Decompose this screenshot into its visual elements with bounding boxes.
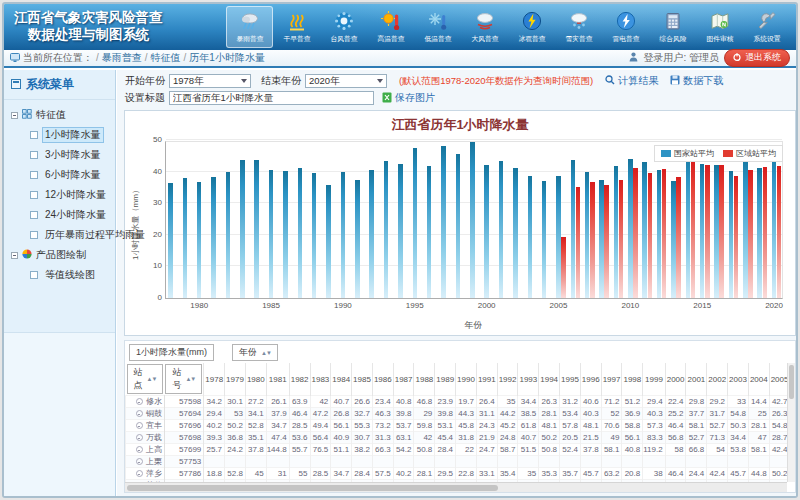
horizontal-scrollbar[interactable] — [125, 482, 787, 492]
expand-icon[interactable] — [136, 410, 143, 417]
station-name-cell[interactable]: 修水 — [126, 396, 165, 408]
save-image-button[interactable]: 保存图片 — [382, 91, 435, 105]
sidebar-item-0-1[interactable]: 3小时降水量 — [6, 145, 113, 165]
nav-high-temp[interactable]: 高温普查 — [367, 6, 414, 48]
sidebar-item-0-3[interactable]: 12小时降水量 — [6, 185, 113, 205]
calculate-button[interactable]: 计算结果 — [605, 74, 658, 88]
expand-icon[interactable] — [136, 422, 143, 429]
value-cell: 53.8 — [728, 444, 749, 456]
expand-icon[interactable] — [136, 434, 143, 441]
sidebar-group-1[interactable]: 产品图绘制 — [6, 245, 113, 265]
end-year-select[interactable]: 2020年 — [305, 74, 387, 88]
nav-snow[interactable]: 雪灾普查 — [555, 6, 602, 48]
year-column-header[interactable]: 1979 — [225, 363, 246, 396]
nav-low-temp[interactable]: 低温普查 — [414, 6, 461, 48]
year-column-header[interactable]: 1980 — [245, 363, 266, 396]
expand-icon[interactable] — [136, 446, 143, 453]
value-cell: 53.6 — [289, 432, 310, 444]
year-column-header[interactable]: 2003 — [728, 363, 749, 396]
year-column-header[interactable]: 1982 — [289, 363, 310, 396]
table-scroll-area[interactable]: 站点▲▼站号▲▼19781979198019811982198319841985… — [125, 363, 787, 482]
logout-button[interactable]: 退出系统 — [724, 49, 790, 67]
bar-national-2014 — [686, 152, 691, 298]
nav-settings[interactable]: 系统设置 — [743, 6, 790, 48]
value-cell: 42.7 — [769, 396, 787, 408]
download-button[interactable]: 数据下载 — [670, 74, 723, 88]
vertical-scrollbar[interactable] — [787, 363, 795, 482]
station-name-cell[interactable]: 上高 — [126, 444, 165, 456]
year-column-header[interactable]: 1992 — [497, 363, 518, 396]
sidebar-item-0-4[interactable]: 24小时降水量 — [6, 205, 113, 225]
sidebar-group-0[interactable]: 特征值 — [6, 105, 113, 125]
year-column-header[interactable]: 1993 — [518, 363, 539, 396]
station-sort-button[interactable]: 站点▲▼ — [127, 364, 164, 394]
y-tick: 20 — [153, 230, 166, 239]
bar-national-1994 — [398, 164, 403, 298]
station-name-cell[interactable]: 宜丰 — [126, 420, 165, 432]
sidebar-item-0-5[interactable]: 历年暴雨过程平均雨量 — [6, 225, 113, 245]
nav-wind[interactable]: 大风普查 — [461, 6, 508, 48]
station-id-cell: 57598 — [164, 396, 203, 408]
station-name-cell[interactable]: 万载 — [126, 432, 165, 444]
table-measure-box[interactable]: 1小时降水量(mm) — [129, 344, 214, 361]
collapse-icon[interactable] — [11, 112, 18, 119]
nav-risk[interactable]: 综合风险 — [649, 6, 696, 48]
sidebar-item-0-2[interactable]: 6小时降水量 — [6, 165, 113, 185]
breadcrumb-item-1[interactable]: 特征值 — [151, 52, 181, 63]
start-year-select[interactable]: 1978年 — [169, 74, 251, 88]
year-column-header[interactable]: 1981 — [266, 363, 289, 396]
expand-icon[interactable] — [136, 470, 143, 477]
year-column-header[interactable]: 1995 — [560, 363, 581, 396]
expand-icon[interactable] — [136, 398, 143, 405]
value-cell: 27.2 — [245, 396, 266, 408]
year-column-header[interactable]: 1987 — [393, 363, 414, 396]
logged-in-user: 登录用户: 管理员 — [643, 51, 719, 65]
value-cell — [393, 456, 414, 468]
value-cell: 33 — [728, 396, 749, 408]
value-cell: 37.8 — [580, 444, 601, 456]
year-column-header[interactable]: 1996 — [580, 363, 601, 396]
year-column-header[interactable]: 2000 — [665, 363, 686, 396]
year-column-header[interactable]: 1991 — [476, 363, 497, 396]
year-column-header[interactable]: 1998 — [622, 363, 643, 396]
nav-rainstorm[interactable]: 暴雨普查 — [226, 6, 273, 48]
breadcrumb-item-2[interactable]: 历年1小时降水量 — [189, 52, 265, 63]
year-column-header[interactable]: 1989 — [435, 363, 456, 396]
year-column-header[interactable]: 1986 — [372, 363, 393, 396]
value-cell: 39.3 — [204, 432, 225, 444]
bar-national-1992 — [369, 170, 374, 298]
station-name-cell[interactable]: 上栗 — [126, 456, 165, 468]
year-column-header[interactable]: 1984 — [331, 363, 352, 396]
chart-title-input[interactable] — [169, 91, 374, 105]
station-id-sort-button[interactable]: 站号▲▼ — [165, 364, 202, 394]
expand-icon[interactable] — [136, 458, 143, 465]
nav-map-review[interactable]: 图件审核 — [696, 6, 743, 48]
nav-drought[interactable]: 干旱普查 — [273, 6, 320, 48]
station-name-cell[interactable]: 萍乡 — [126, 468, 165, 480]
year-column-header[interactable]: 2004 — [748, 363, 769, 396]
year-column-header[interactable]: 2001 — [686, 363, 707, 396]
year-column-header[interactable]: 1978 — [204, 363, 225, 396]
year-column-header[interactable]: 1983 — [310, 363, 331, 396]
year-column-header[interactable]: 1997 — [601, 363, 622, 396]
year-column-header[interactable]: 1999 — [643, 363, 665, 396]
year-column-header[interactable]: 1990 — [456, 363, 477, 396]
station-name-cell[interactable]: 铜鼓 — [126, 408, 165, 420]
sidebar-item-0-0[interactable]: 1小时降水量 — [6, 125, 113, 145]
breadcrumb-item-0[interactable]: 暴雨普查 — [102, 52, 142, 63]
nav-lightning[interactable]: 雷电普查 — [602, 6, 649, 48]
y-tick: 0 — [158, 293, 166, 302]
year-column-header[interactable]: 2002 — [707, 363, 728, 396]
year-column-header[interactable]: 1994 — [539, 363, 560, 396]
year-sort-box[interactable]: 年份 ▲▼ — [232, 344, 278, 361]
nav-hail[interactable]: 冰雹普查 — [508, 6, 555, 48]
year-column-header[interactable]: 1985 — [352, 363, 373, 396]
year-column-header[interactable]: 2005 — [769, 363, 787, 396]
bar-national-2005 — [556, 176, 561, 298]
year-column-header[interactable]: 1988 — [414, 363, 435, 396]
nav-typhoon[interactable]: 台风普查 — [320, 6, 367, 48]
value-cell: 50.2 — [225, 420, 246, 432]
collapse-icon[interactable] — [11, 252, 18, 259]
sidebar-item-1-0[interactable]: 等值线绘图 — [6, 265, 113, 285]
value-cell: 44.2 — [497, 408, 518, 420]
